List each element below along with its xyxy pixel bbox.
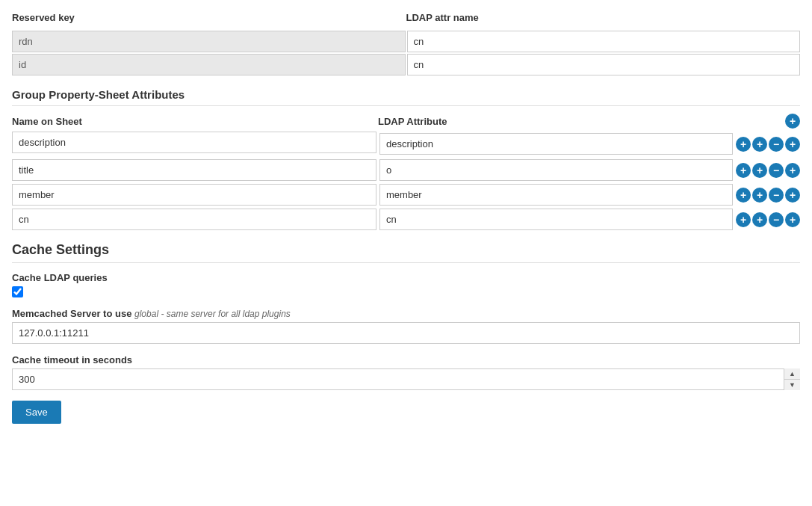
- spinner-down-button[interactable]: ▼: [784, 380, 800, 390]
- memcached-label-row: Memcached Server to use global - same se…: [12, 308, 800, 319]
- attr-name-input-2[interactable]: [12, 184, 376, 206]
- cache-timeout-wrapper: ▲ ▼: [12, 368, 800, 390]
- attr-ldap-input-2[interactable]: [379, 184, 733, 206]
- attr-up-button-0[interactable]: +: [736, 137, 751, 152]
- attr-add-button-0[interactable]: +: [785, 137, 800, 152]
- attr-row-2: + + − +: [12, 184, 800, 206]
- attr-down-button-2[interactable]: +: [752, 188, 767, 203]
- attr-up-button-2[interactable]: +: [736, 188, 751, 203]
- cache-timeout-input[interactable]: [12, 368, 800, 390]
- spinner-buttons: ▲ ▼: [784, 368, 800, 390]
- attr-remove-button-1[interactable]: −: [769, 163, 784, 178]
- ldap-attr-header: LDAP attr name: [406, 12, 801, 23]
- attr-down-button-3[interactable]: +: [752, 212, 767, 227]
- ldap-attr-input-1[interactable]: [407, 54, 801, 75]
- attr-col-name-header: Name on Sheet: [12, 116, 378, 127]
- attr-row-3-buttons: + + − +: [736, 212, 800, 227]
- reserved-row-1: [12, 54, 800, 75]
- attr-name-input-1[interactable]: [12, 159, 376, 181]
- attr-row-2-buttons: + + − +: [736, 188, 800, 203]
- attr-ldap-input-0[interactable]: [379, 133, 733, 155]
- attr-row-0: + + − +: [12, 132, 800, 156]
- spinner-up-button[interactable]: ▲: [784, 368, 800, 380]
- cache-ldap-group: Cache LDAP queries: [12, 272, 800, 297]
- memcached-group: Memcached Server to use global - same se…: [12, 308, 800, 344]
- cache-timeout-group: Cache timeout in seconds ▲ ▼: [12, 354, 800, 390]
- attr-ldap-input-3[interactable]: [379, 209, 733, 230]
- attr-up-button-3[interactable]: +: [736, 212, 751, 227]
- attr-down-button-1[interactable]: +: [752, 163, 767, 178]
- attr-add-button-2[interactable]: +: [785, 188, 800, 203]
- cache-ldap-label: Cache LDAP queries: [12, 272, 800, 283]
- attr-name-input-3[interactable]: [12, 209, 376, 230]
- attr-down-button-0[interactable]: +: [752, 137, 767, 152]
- memcached-label: Memcached Server to use: [12, 308, 131, 319]
- reserved-key-input-1[interactable]: [12, 54, 406, 75]
- add-attr-button[interactable]: +: [785, 114, 800, 129]
- cache-ldap-checkbox[interactable]: [12, 286, 23, 297]
- attr-col-ldap-header: LDAP Attribute: [378, 116, 782, 127]
- group-section-title: Group Property-Sheet Attributes: [12, 88, 800, 106]
- save-button[interactable]: Save: [12, 401, 61, 424]
- attr-name-input-0[interactable]: [12, 132, 376, 153]
- attr-ldap-input-1[interactable]: [379, 159, 733, 181]
- cache-timeout-label: Cache timeout in seconds: [12, 354, 800, 365]
- attr-remove-button-0[interactable]: −: [769, 137, 784, 152]
- ldap-attr-input-0[interactable]: [407, 31, 801, 52]
- attr-up-button-1[interactable]: +: [736, 163, 751, 178]
- reserved-key-input-0[interactable]: [12, 31, 406, 52]
- attr-row-1-buttons: + + − +: [736, 163, 800, 178]
- attr-headers: Name on Sheet LDAP Attribute +: [12, 114, 800, 129]
- attr-remove-button-3[interactable]: −: [769, 212, 784, 227]
- reserved-headers: Reserved key LDAP attr name: [12, 12, 800, 28]
- cache-section: Cache Settings Cache LDAP queries Memcac…: [12, 242, 800, 424]
- attr-add-button-1[interactable]: +: [785, 163, 800, 178]
- attr-row-1: + + − +: [12, 159, 800, 181]
- group-properties-section: Group Property-Sheet Attributes Name on …: [12, 88, 800, 230]
- memcached-sub: global - same server for all ldap plugin…: [134, 309, 291, 319]
- attr-add-button-3[interactable]: +: [785, 212, 800, 227]
- attr-row-0-buttons: + + − +: [736, 137, 800, 152]
- memcached-input[interactable]: [12, 322, 800, 344]
- reserved-key-header: Reserved key: [12, 12, 406, 23]
- reserved-row-0: [12, 31, 800, 52]
- cache-ldap-checkbox-container: [12, 286, 800, 297]
- attr-row-3: + + − +: [12, 209, 800, 230]
- cache-section-title: Cache Settings: [12, 242, 800, 263]
- attr-remove-button-2[interactable]: −: [769, 188, 784, 203]
